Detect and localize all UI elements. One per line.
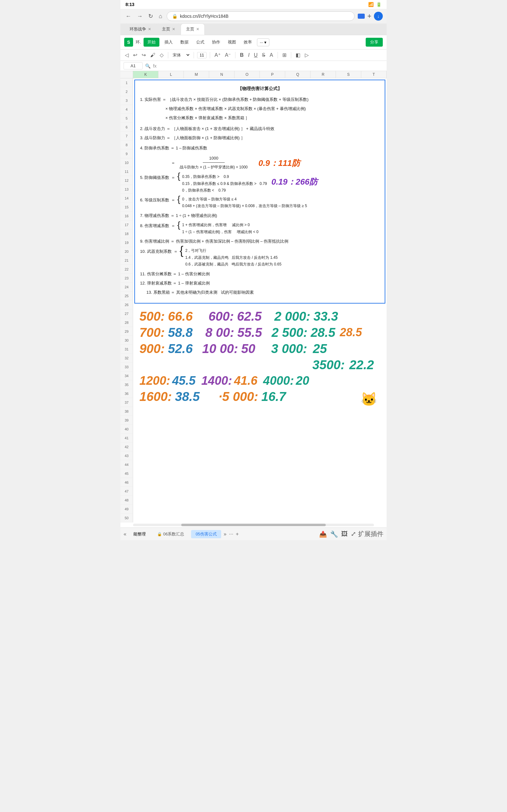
tab-home2[interactable]: 主页 ✕ bbox=[181, 23, 205, 35]
row-10: 10 bbox=[120, 158, 133, 167]
row-35: 35 bbox=[120, 380, 133, 389]
tools-button[interactable]: 🔧 bbox=[330, 530, 338, 538]
app-filename: 环. bbox=[135, 39, 141, 45]
row-23: 23 bbox=[120, 274, 133, 283]
num-2500-label: 2 500: bbox=[272, 325, 307, 340]
col-header-t[interactable]: T bbox=[361, 71, 387, 78]
share-button[interactable]: 分享 bbox=[366, 38, 383, 47]
fill-color-button[interactable]: ◧ bbox=[294, 51, 302, 59]
undo-prev-button[interactable]: ◁ bbox=[124, 51, 130, 59]
formula-button[interactable]: 公式 bbox=[193, 38, 207, 46]
row-1: 1 bbox=[120, 78, 133, 87]
status-bar: 8:13 📶 🔋 bbox=[120, 0, 387, 9]
collab-button[interactable]: 协作 bbox=[210, 38, 223, 46]
font-size-decrease[interactable]: A⁻ bbox=[224, 51, 232, 59]
tab-huanxing[interactable]: 环形战争 ✕ bbox=[124, 23, 157, 35]
home-button[interactable]: ⌂ bbox=[158, 12, 164, 21]
row-29: 29 bbox=[120, 327, 133, 336]
refresh-button[interactable]: ↻ bbox=[147, 11, 154, 21]
insert-button[interactable]: 插入 bbox=[162, 38, 175, 46]
strikethrough-button[interactable]: S̶ bbox=[261, 51, 267, 59]
row-7: 7 bbox=[120, 132, 133, 141]
num-1400-value: 41.6 bbox=[234, 374, 257, 388]
sheet-tab-label: 05伤害公式 bbox=[195, 531, 216, 537]
col-header-q[interactable]: Q bbox=[285, 71, 311, 78]
num-3000-value: 25 bbox=[313, 342, 327, 356]
formula-block: 【物理伤害计算公式】 1. 实际伤害 ＝ ［战斗攻击力 × 技能百分比 × (防… bbox=[134, 80, 385, 304]
more-format-button[interactable]: ▷ bbox=[303, 51, 310, 59]
row-15: 15 bbox=[120, 203, 133, 212]
tabs-more-button[interactable]: ··· bbox=[229, 531, 233, 537]
mascot-icon: 🐱 bbox=[360, 392, 377, 407]
row-49: 49 bbox=[120, 505, 133, 513]
sheet-tab-06[interactable]: 🔒 06系数汇总 bbox=[153, 530, 188, 538]
tabs-prev-button[interactable]: « bbox=[124, 531, 126, 537]
data-button[interactable]: 数据 bbox=[178, 38, 191, 46]
italic-button[interactable]: I bbox=[247, 52, 250, 59]
efficiency-button[interactable]: 效率 bbox=[241, 38, 255, 46]
font-selector[interactable]: 宋体 bbox=[171, 52, 190, 58]
cell-reference[interactable]: A1 bbox=[124, 62, 143, 69]
tabs-next-button[interactable]: » bbox=[224, 531, 227, 537]
forward-button[interactable]: → bbox=[135, 12, 144, 21]
add-sheet-button[interactable]: + bbox=[236, 531, 239, 537]
sheet-tab-05[interactable]: 05伤害公式 bbox=[191, 530, 221, 538]
row-37: 37 bbox=[120, 398, 133, 407]
tab-close-home2[interactable]: ✕ bbox=[196, 27, 199, 32]
underline-button[interactable]: U bbox=[252, 52, 259, 59]
tab-switch-button[interactable] bbox=[358, 14, 365, 19]
bold-button[interactable]: B bbox=[239, 52, 245, 59]
tab-home1[interactable]: 主页 ✕ bbox=[157, 23, 181, 35]
horizontal-scrollbar[interactable] bbox=[133, 524, 374, 526]
status-icons: 📶 🔋 bbox=[368, 2, 382, 7]
app-icon: S bbox=[124, 38, 133, 47]
sheet-tab-nenzheli[interactable]: 能整理 bbox=[129, 530, 150, 538]
col-header-r[interactable]: R bbox=[311, 71, 336, 78]
row-14: 14 bbox=[120, 194, 133, 203]
download-button[interactable]: ↓ bbox=[374, 12, 383, 20]
address-bar[interactable]: 🔒 kdocs.cn/l/cfYlyHcv184B bbox=[167, 11, 354, 21]
num-1200-label: 1200: bbox=[139, 374, 170, 388]
more-button[interactable]: ··· ▾ bbox=[257, 38, 269, 46]
row-34: 34 bbox=[120, 371, 133, 380]
lock-icon: 🔒 bbox=[172, 14, 177, 19]
col-header-n[interactable]: N bbox=[209, 71, 234, 78]
expand-button[interactable]: ⤢ 扩展插件 bbox=[351, 530, 383, 538]
row-20: 20 bbox=[120, 247, 133, 256]
number-row-6: 1600: 38.5 ·5 000: 16.7 🐱 bbox=[139, 390, 380, 404]
tab-close-home1[interactable]: ✕ bbox=[172, 27, 175, 32]
undo-button[interactable]: ↩ bbox=[132, 51, 138, 59]
battery-icon: 🔋 bbox=[376, 2, 382, 7]
new-tab-button[interactable]: + bbox=[367, 12, 372, 20]
font-size-increase[interactable]: A⁺ bbox=[213, 51, 222, 59]
row-42: 42 bbox=[120, 443, 133, 451]
clear-button[interactable]: ◇ bbox=[158, 51, 165, 59]
lock-icon: 🔒 bbox=[157, 532, 162, 537]
formula-title: 【物理伤害计算公式】 bbox=[140, 84, 380, 93]
num-800-label: 8 00: bbox=[205, 325, 234, 340]
view-button[interactable]: 视图 bbox=[225, 38, 239, 46]
image-button[interactable]: 🖼 bbox=[341, 530, 348, 538]
col-header-k[interactable]: K bbox=[133, 71, 158, 78]
border-button[interactable]: ⊞ bbox=[281, 51, 288, 59]
col-header-l[interactable]: L bbox=[158, 71, 184, 78]
row-44: 44 bbox=[120, 460, 133, 469]
row-2: 2 bbox=[120, 87, 133, 96]
number-row-4: 3500: 22.2 bbox=[139, 358, 380, 372]
row-28: 28 bbox=[120, 318, 133, 327]
col-header-m[interactable]: M bbox=[184, 71, 209, 78]
redo-button[interactable]: ↪ bbox=[140, 51, 147, 59]
share-sheet-button[interactable]: 📤 bbox=[319, 530, 327, 538]
num-5000-label: ·5 000: bbox=[219, 390, 258, 404]
start-button[interactable]: 开始 bbox=[144, 38, 159, 47]
row-24: 24 bbox=[120, 283, 133, 292]
formula-input[interactable] bbox=[159, 63, 383, 68]
col-header-o[interactable]: O bbox=[234, 71, 260, 78]
col-header-s[interactable]: S bbox=[336, 71, 361, 78]
copy-format-button[interactable]: 🖌 bbox=[149, 52, 157, 59]
col-header-p[interactable]: P bbox=[260, 71, 285, 78]
back-button[interactable]: ← bbox=[124, 12, 132, 21]
tab-close-huanxing[interactable]: ✕ bbox=[148, 27, 151, 32]
font-size-input[interactable] bbox=[197, 52, 207, 58]
font-color-button[interactable]: A bbox=[268, 52, 274, 59]
